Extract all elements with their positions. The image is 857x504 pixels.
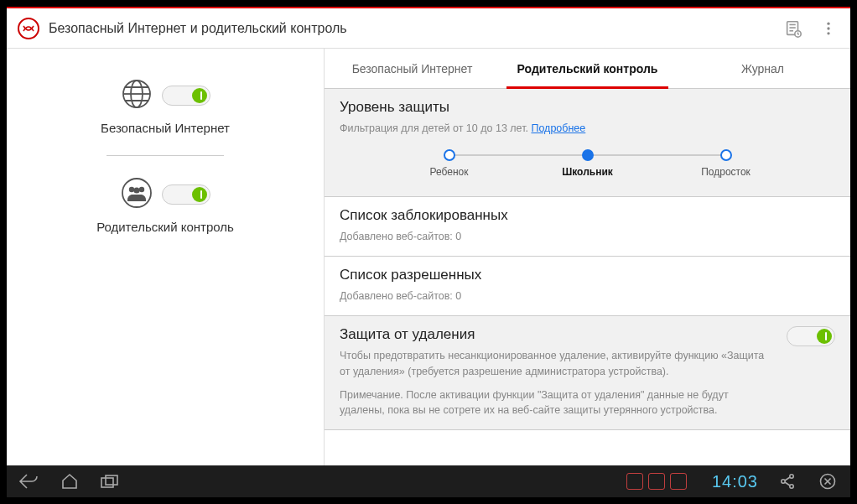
slider-label: Ребенок [430, 166, 469, 178]
section-title: Защита от удаления [340, 326, 775, 343]
people-icon [120, 176, 153, 213]
svg-rect-16 [101, 478, 113, 487]
clock: 14:03 [712, 472, 758, 491]
app-header: Безопасный Интернет и родительский контр… [7, 8, 850, 49]
slider-stop-child[interactable] [444, 149, 455, 161]
tray-app-icon[interactable] [626, 473, 643, 490]
sidebar-module-parental: Родительский контроль [96, 164, 234, 246]
slider-stop-teen[interactable] [720, 149, 732, 161]
notification-tray[interactable] [626, 473, 687, 490]
section-desc: Чтобы предотвратить несанкционированное … [340, 348, 775, 378]
section-allowlist[interactable]: Список разрешенных Добавлено веб-сайтов:… [325, 257, 850, 316]
svg-point-18 [782, 480, 785, 483]
desc-text: Фильтрация для детей от 10 до 13 лет. [340, 122, 531, 134]
section-desc: Фильтрация для детей от 10 до 13 лет. По… [340, 121, 835, 136]
app-logo-icon [17, 17, 40, 40]
close-icon[interactable] [817, 470, 839, 492]
svg-line-21 [785, 477, 790, 481]
recents-icon[interactable] [99, 470, 121, 492]
svg-point-15 [133, 187, 139, 193]
tab-label: Безопасный Интернет [352, 62, 473, 75]
sidebar-item-label: Родительский контроль [96, 220, 234, 234]
section-desc: Добавлено веб-сайтов: 0 [340, 229, 835, 244]
tab-label: Родительский контроль [517, 62, 658, 75]
sidebar-divider [106, 155, 224, 156]
log-icon[interactable] [782, 17, 805, 40]
sidebar-item-label: Безопасный Интернет [101, 121, 230, 135]
svg-point-14 [139, 187, 144, 192]
svg-point-20 [790, 485, 793, 488]
slider-label: Школьник [562, 166, 613, 178]
section-desc-note: Примечание. После активации функции "Защ… [340, 387, 775, 418]
svg-point-6 [827, 22, 829, 24]
svg-point-13 [129, 187, 134, 192]
sidebar-module-safe-internet: Безопасный Интернет [101, 65, 230, 147]
section-title: Уровень защиты [340, 99, 835, 116]
section-blocklist[interactable]: Список заблокированных Добавлено веб-сай… [325, 197, 850, 257]
slider-stop-schooler[interactable] [582, 149, 594, 161]
section-desc: Добавлено веб-сайтов: 0 [340, 288, 835, 304]
section-delete-protection: Защита от удаления Чтобы предотвратить н… [325, 316, 850, 430]
delete-protection-toggle[interactable] [787, 326, 835, 346]
main-panel: Безопасный Интернет Родительский контрол… [324, 49, 850, 465]
svg-point-7 [827, 27, 829, 29]
share-icon[interactable] [776, 470, 798, 492]
tab-label: Журнал [741, 62, 784, 75]
tray-app-icon[interactable] [648, 473, 665, 490]
tab-bar: Безопасный Интернет Родительский контрол… [325, 49, 850, 89]
parental-control-toggle[interactable] [162, 184, 210, 205]
overflow-menu-icon[interactable] [817, 17, 840, 40]
tab-journal[interactable]: Журнал [675, 49, 850, 88]
svg-point-8 [827, 32, 829, 34]
android-navbar: 14:03 [7, 465, 850, 497]
globe-icon [120, 77, 153, 114]
svg-point-0 [18, 18, 39, 39]
section-protection-level: Уровень защиты Фильтрация для детей от 1… [325, 89, 850, 197]
svg-line-22 [785, 482, 790, 486]
tab-parental-control[interactable]: Родительский контроль [500, 49, 675, 88]
age-level-slider[interactable]: Ребенок Школьник Подросток [449, 151, 726, 184]
back-icon[interactable] [18, 470, 40, 492]
safe-internet-toggle[interactable] [162, 86, 210, 106]
svg-point-19 [790, 475, 793, 478]
section-title: Список заблокированных [340, 207, 835, 224]
page-title: Безопасный Интернет и родительский контр… [49, 21, 770, 36]
section-title: Список разрешенных [340, 267, 835, 283]
sidebar: Безопасный Интернет Родительский контрол… [7, 49, 324, 465]
tab-safe-internet[interactable]: Безопасный Интернет [325, 49, 500, 88]
tray-app-icon[interactable] [670, 473, 687, 490]
slider-label: Подросток [701, 166, 751, 178]
more-link[interactable]: Подробнее [531, 122, 585, 134]
svg-rect-17 [106, 475, 117, 485]
home-icon[interactable] [59, 470, 81, 492]
content-scroll[interactable]: Уровень защиты Фильтрация для детей от 1… [325, 89, 850, 465]
